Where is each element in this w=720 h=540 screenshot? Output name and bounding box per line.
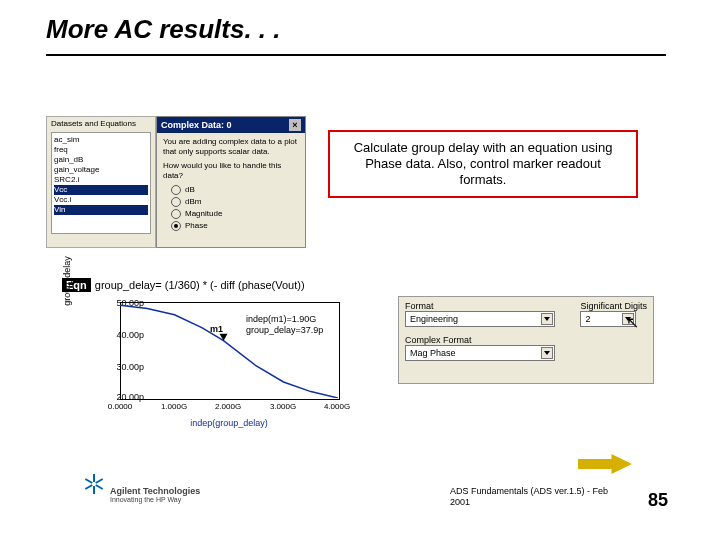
radio-label: Phase <box>185 221 208 231</box>
marker-readout: m1 indep(m1)=1.90G group_delay=37.9p <box>246 314 323 336</box>
complex-data-dialog: Complex Data: 0 × You are adding complex… <box>156 116 306 248</box>
radio-icon <box>171 185 181 195</box>
footer-course: ADS Fundamentals (ADS ver.1.5) - Feb 200… <box>450 486 630 508</box>
dialog-title: Complex Data: 0 <box>161 120 232 130</box>
select-value: Mag Phase <box>410 348 456 358</box>
radio-option-mag[interactable]: Magnitude <box>171 209 299 219</box>
radio-icon <box>171 209 181 219</box>
list-item[interactable]: freq <box>54 145 148 155</box>
spark-icon <box>84 484 104 504</box>
title-rule <box>46 54 666 56</box>
brand-tagline: Innovating the HP Way <box>110 496 200 503</box>
page-title: More AC results. . . <box>46 14 281 45</box>
page-number: 85 <box>648 490 668 511</box>
xtick: 2.000G <box>208 402 248 411</box>
complexformat-select[interactable]: Mag Phase <box>405 345 555 361</box>
list-item[interactable]: Vcc.i <box>54 195 148 205</box>
format-select[interactable]: Engineering <box>405 311 555 327</box>
list-item[interactable]: SRC2.i <box>54 175 148 185</box>
radio-icon <box>171 197 181 207</box>
marker-line: indep(m1)=1.90G <box>246 314 323 325</box>
radio-label: dB <box>185 185 195 195</box>
select-value: Engineering <box>410 314 458 324</box>
equation-text: group_delay= (1/360) * (- diff (phase(Vo… <box>95 279 305 291</box>
radio-option-dbm[interactable]: dBm <box>171 197 299 207</box>
xtick: 1.000G <box>154 402 194 411</box>
xtick: 0.0000 <box>100 402 140 411</box>
list-item[interactable]: gain_dB <box>54 155 148 165</box>
complexformat-label: Complex Format <box>405 335 647 345</box>
list-item[interactable]: Vin <box>54 205 148 215</box>
close-icon[interactable]: × <box>289 119 301 131</box>
radio-icon <box>171 221 181 231</box>
cursor-icon: ↖ <box>626 313 639 332</box>
radio-label: Magnitude <box>185 209 222 219</box>
marker-line: m1 <box>210 324 223 335</box>
brand-name: Agilent Technologies <box>110 486 200 496</box>
radio-option-phase[interactable]: Phase <box>171 221 299 231</box>
marker-line: group_delay=37.9p <box>246 325 323 336</box>
brand-logo: Agilent Technologies Innovating the HP W… <box>84 484 200 504</box>
next-arrow-icon <box>578 454 632 474</box>
list-item[interactable]: Vcc <box>54 185 148 195</box>
equation-bar: Eqn group_delay= (1/360) * (- diff (phas… <box>62 278 305 292</box>
dialog-titlebar: Complex Data: 0 × <box>157 117 305 133</box>
radio-label: dBm <box>185 197 201 207</box>
radio-option-db[interactable]: dB <box>171 185 299 195</box>
list-item[interactable]: ac_sim <box>54 135 148 145</box>
callout-box: Calculate group delay with an equation u… <box>328 130 638 198</box>
chart-xlabel: indep(group_delay) <box>120 418 338 428</box>
list-item[interactable]: gain_voltage <box>54 165 148 175</box>
xtick: 4.000G <box>317 402 357 411</box>
datasets-panel: Datasets and Equations ac_sim freq gain_… <box>46 116 156 248</box>
marker-format-panel: Format Engineering Significant Digits 2 … <box>398 296 654 384</box>
select-value: 2 <box>585 314 590 324</box>
datasets-header: Datasets and Equations <box>47 117 155 130</box>
group-delay-chart: group_delay 50.00p 40.00p 30.00p 20.00p … <box>66 296 366 436</box>
datasets-list[interactable]: ac_sim freq gain_dB gain_voltage SRC2.i … <box>51 132 151 234</box>
dialog-message-2: How would you like to handle this data? <box>163 161 299 181</box>
sigdigits-label: Significant Digits <box>580 301 647 311</box>
chart-ylabel: group_delay <box>62 246 72 316</box>
xtick: 3.000G <box>263 402 303 411</box>
format-label: Format <box>405 301 574 311</box>
dialog-message-1: You are adding complex data to a plot th… <box>163 137 299 157</box>
